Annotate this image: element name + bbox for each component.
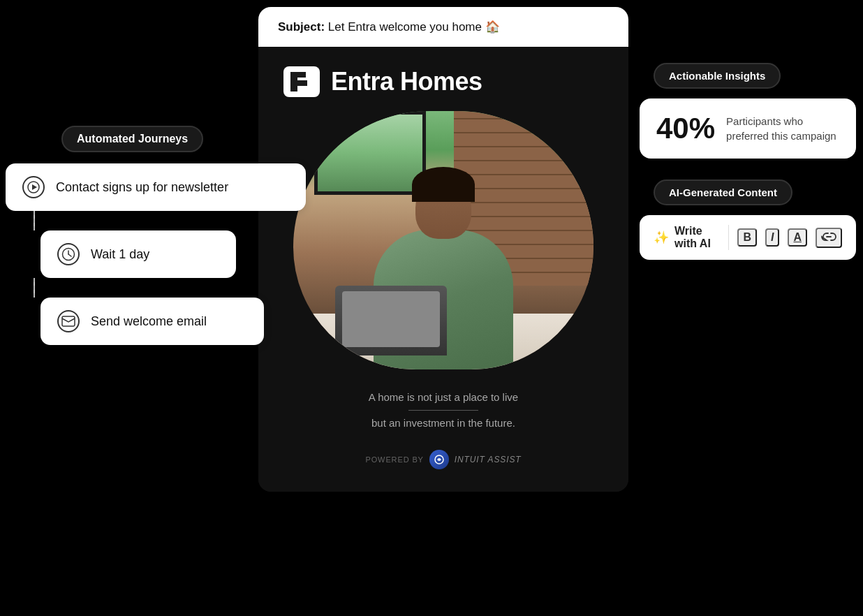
trigger-icon [22,176,45,198]
window-frame [314,111,426,195]
write-ai-toolbar[interactable]: ✨ Write with AI B I A [640,215,856,260]
tagline-line2: but an investment in the future. [369,415,518,432]
tagline-line1: A home is not just a place to live [369,389,518,406]
connector-2 [34,278,35,298]
left-panel: Automated Journeys Contact signs up for … [6,126,306,345]
email-card: Subject: Let Entra welcome you home 🏠 En… [258,7,628,492]
link-button[interactable] [816,228,842,248]
powered-by-brand: Intuit Assist [455,455,522,464]
link-icon [821,232,836,242]
powered-by: POWERED BY Intuit Assist [365,450,521,469]
step1-label: Contact signs up for newsletter [56,180,228,195]
brand-logo-icon [283,66,320,97]
subject-text: Let Entra welcome you home 🏠 [328,20,500,34]
email-tagline: A home is not just a place to live but a… [341,369,546,437]
insights-card: 40% Participants who preferred this camp… [640,98,856,159]
email-body: Entra Homes [258,47,628,492]
scene: Subject: Let Entra welcome you home 🏠 En… [0,0,863,616]
subject-label: Subject: [278,20,325,34]
ai-badge-label: AI-Generated Content [669,186,777,198]
step3-label: Send welcome email [91,314,207,329]
stat-description: Participants who preferred this campaign [726,114,839,143]
bold-button[interactable]: B [737,228,757,247]
insights-badge: Actionable Insights [654,63,781,89]
email-photo [293,111,593,369]
step-send-email[interactable]: Send welcome email [40,298,264,345]
brand-name: Entra Homes [331,67,482,96]
automated-journeys-badge: Automated Journeys [61,126,203,152]
person-head [415,177,471,239]
write-ai-label: Write with AI [674,225,718,250]
svg-line-6 [68,254,71,256]
write-ai-button[interactable]: ✨ Write with AI [654,225,729,250]
wait-icon [57,243,80,265]
powered-by-label: POWERED BY [365,455,423,464]
step-wait[interactable]: Wait 1 day [40,230,236,278]
italic-button[interactable]: I [765,228,779,247]
email-subject-bar: Subject: Let Entra welcome you home 🏠 [258,7,628,47]
ai-content-badge: AI-Generated Content [654,179,792,205]
laptop-screen [342,291,440,347]
underline-button[interactable]: A [788,228,807,247]
laptop [335,286,447,355]
email-logo-bar: Entra Homes [258,47,628,111]
email-icon [57,310,80,332]
svg-marker-3 [32,184,37,190]
stat-number: 40% [656,114,715,143]
connector-1 [34,211,35,230]
insights-stat: 40% Participants who preferred this camp… [656,114,839,143]
step-trigger[interactable]: Contact signs up for newsletter [6,163,306,211]
intuit-logo-icon [429,450,449,469]
right-panel: Actionable Insights 40% Participants who… [640,63,856,260]
sparkle-icon: ✨ [654,230,669,245]
badge-label: Automated Journeys [77,133,188,145]
svg-rect-7 [62,316,75,326]
step2-label: Wait 1 day [91,247,149,262]
tagline-divider [408,410,478,411]
insights-badge-label: Actionable Insights [669,70,765,82]
person-hair [412,167,475,202]
